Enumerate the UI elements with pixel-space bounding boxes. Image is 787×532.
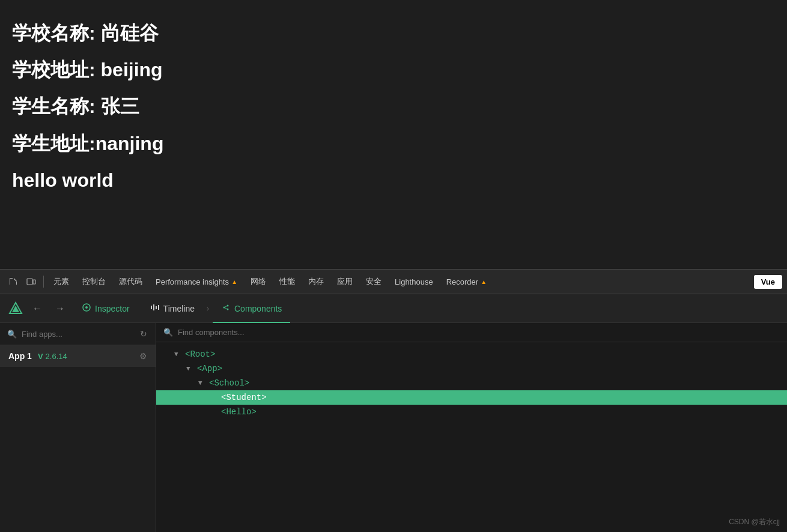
svg-line-14 [225, 308, 226, 309]
tab-timeline[interactable]: Timeline [142, 294, 203, 323]
tree-item-student[interactable]: <Student> [156, 390, 787, 405]
tab-console[interactable]: 控制台 [76, 274, 112, 289]
tab-application[interactable]: 应用 [331, 274, 359, 289]
svg-rect-7 [153, 304, 154, 310]
apps-sidebar: 🔍 ↻ App 1 V 2.6.14 ⚙ [0, 323, 156, 532]
svg-rect-6 [151, 306, 152, 309]
watermark: CSDN @若水cjj [729, 517, 780, 527]
app-version-info: V 2.6.14 [38, 352, 67, 361]
tree-tag-hello: <Hello> [221, 407, 257, 417]
apps-search-input[interactable] [22, 330, 134, 339]
components-label: Components [234, 304, 282, 313]
tab-performance[interactable]: 性能 [273, 274, 301, 289]
apps-search-bar: 🔍 ↻ [0, 323, 156, 345]
tab-elements[interactable]: 元素 [47, 274, 75, 289]
apps-search-icon: 🔍 [7, 330, 17, 339]
svg-point-12 [226, 309, 228, 310]
tab-security[interactable]: 安全 [360, 274, 387, 289]
line-hello-world: hello world [12, 165, 775, 196]
svg-point-5 [85, 306, 88, 309]
devtools-panel: 🔍 ↻ App 1 V 2.6.14 ⚙ 🔍 ▼ <Root> ▼ <Ap [0, 323, 787, 532]
inspector-icon [82, 303, 91, 314]
tab-lighthouse[interactable]: Lighthouse [389, 275, 439, 289]
svg-rect-1 [33, 280, 35, 284]
tree-item-app[interactable]: ▼ <App> [156, 361, 787, 376]
vue-subtoolbar: ← → Inspector Timeline › [0, 294, 787, 323]
component-search-input[interactable] [178, 328, 780, 337]
tab-recorder[interactable]: Recorder ▲ [440, 275, 493, 289]
components-icon [221, 303, 231, 314]
tab-performance-insights[interactable]: Performance insights ▲ [150, 275, 243, 289]
svg-point-10 [223, 307, 225, 309]
app-settings-icon[interactable]: ⚙ [139, 351, 147, 361]
tree-tag-student: <Student> [221, 393, 267, 402]
component-tree: ▼ <Root> ▼ <App> ▼ <School> <Student> <H… [156, 342, 787, 424]
tree-item-school[interactable]: ▼ <School> [156, 376, 787, 390]
vue-v-logo: V [38, 352, 43, 361]
device-toggle-icon[interactable] [23, 274, 40, 289]
line-school-address: 学校地址: beijing [12, 55, 775, 85]
back-button[interactable]: ← [28, 301, 47, 316]
tab-sources[interactable]: 源代码 [113, 274, 148, 289]
devtools-toolbar: 元素 控制台 源代码 Performance insights ▲ 网络 性能 … [0, 269, 787, 294]
performance-insights-beta-icon: ▲ [231, 279, 237, 285]
toolbar-divider [43, 276, 44, 288]
tab-inspector[interactable]: Inspector [73, 294, 138, 323]
svg-point-11 [226, 305, 228, 307]
tree-arrow-root: ▼ [174, 351, 183, 358]
refresh-button[interactable]: ↻ [139, 328, 148, 340]
inspector-label: Inspector [95, 304, 130, 313]
tab-memory[interactable]: 内存 [302, 274, 330, 289]
component-search-bar: 🔍 [156, 323, 787, 342]
tab-vue[interactable]: Vue [754, 275, 782, 289]
tab-network[interactable]: 网络 [245, 274, 272, 289]
svg-line-13 [225, 306, 226, 307]
recorder-beta-icon: ▲ [481, 279, 487, 285]
tree-tag-root: <Root> [185, 349, 215, 359]
tree-item-hello[interactable]: <Hello> [156, 405, 787, 419]
timeline-label: Timeline [163, 304, 195, 313]
tree-tag-app: <App> [197, 364, 222, 373]
tree-tag-school: <School> [209, 378, 249, 388]
app-list-item[interactable]: App 1 V 2.6.14 ⚙ [0, 345, 156, 367]
chevron-icon: › [207, 304, 209, 313]
vue-logo-icon [7, 300, 24, 317]
line-student-name: 学生名称: 张三 [12, 91, 775, 122]
tree-arrow-app: ▼ [186, 365, 195, 372]
app-name: App 1 [8, 351, 32, 361]
version-text: 2.6.14 [46, 352, 67, 361]
line-student-address: 学生地址:nanjing [12, 128, 775, 159]
line-school-name: 学校名称: 尚硅谷 [12, 18, 775, 49]
recorder-label: Recorder [446, 277, 478, 286]
component-search-icon: 🔍 [163, 328, 173, 337]
svg-rect-0 [27, 279, 32, 285]
svg-rect-9 [158, 305, 159, 310]
tree-item-root[interactable]: ▼ <Root> [156, 347, 787, 361]
tab-components[interactable]: Components [213, 294, 290, 323]
timeline-icon [150, 303, 160, 314]
inspect-element-icon[interactable] [5, 274, 22, 289]
svg-rect-8 [156, 306, 157, 309]
component-panel: 🔍 ▼ <Root> ▼ <App> ▼ <School> <Student> [156, 323, 787, 532]
tree-arrow-school: ▼ [198, 379, 207, 387]
main-content: 学校名称: 尚硅谷 学校地址: beijing 学生名称: 张三 学生地址:na… [0, 0, 787, 269]
performance-insights-label: Performance insights [156, 277, 229, 286]
forward-button[interactable]: → [50, 301, 70, 316]
